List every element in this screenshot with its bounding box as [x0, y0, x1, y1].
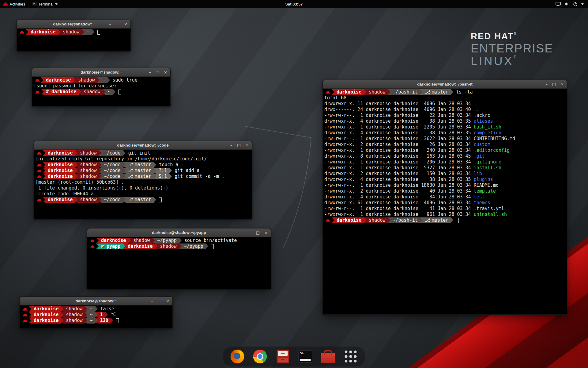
terminal-content[interactable]: darknoiseshadow~/bash-it⎇master ls -lato… [323, 89, 567, 314]
terminal-output-line: drwxrwxr-x. 11 darknoise darknoise 4096 … [324, 101, 565, 107]
window-minimize-button[interactable]: – [249, 230, 251, 235]
window-close-button[interactable]: × [245, 143, 249, 148]
activities-button[interactable]: Activities [0, 0, 28, 8]
powerline-separator-icon [95, 312, 98, 317]
prompt-segment-host: shadow [77, 174, 99, 179]
powerline-separator-icon [75, 168, 77, 173]
terminal-content[interactable]: darknoiseshadow~ sudo true[sudo] passwor… [32, 77, 170, 106]
prompt-segment-git: ⎇master [423, 89, 451, 95]
terminal-prompt-line: darknoiseshadow~/code⎇master touch a [36, 162, 250, 168]
output-text: -rw-rw-r--. 1 darknoise darknoise 18630 … [324, 182, 474, 188]
terminal-window-sudo[interactable]: darknoise@shadow:~–□×darknoiseshadow~ su… [32, 68, 171, 106]
powerline-separator-icon [154, 168, 156, 173]
prompt-segment-path: ~/code [101, 150, 123, 156]
window-controls: –□× [146, 297, 169, 305]
window-maximize-button[interactable]: □ [116, 22, 119, 26]
system-status-area[interactable] [553, 0, 586, 8]
window-maximize-button[interactable]: □ [158, 299, 161, 303]
cabinet-drawer-bottom [278, 358, 288, 362]
terminal-window-home-1[interactable]: darknoise@shadow:~–□×darknoiseshadow~ [17, 20, 131, 51]
window-minimize-button[interactable]: – [151, 299, 153, 303]
file-name: custom [474, 142, 490, 148]
output-text: drwxrwxr-x. 4 darknoise darknoise 38 Jan… [324, 118, 474, 124]
window-close-button[interactable]: × [560, 82, 564, 86]
powerline-separator-icon [92, 29, 95, 35]
powerline-separator-icon [43, 197, 45, 202]
prompt-segment-status: ?:1 [156, 168, 169, 174]
show-applications-button[interactable] [344, 349, 358, 364]
terminal-window-bash-it[interactable]: darknoise@shadow:~/bash-it–□×darknoisesh… [322, 80, 567, 315]
powerline-separator-icon [154, 197, 156, 202]
activities-label: Activities [9, 2, 25, 6]
clock[interactable]: Sat 03:57 [285, 2, 303, 6]
powerline-separator-icon [99, 150, 101, 156]
prompt-segment-path: ~ [87, 312, 95, 318]
prompt-segment-path: ~ [87, 318, 95, 324]
chrome-launcher[interactable] [253, 349, 267, 364]
prompt-segment-host: shadow [366, 89, 388, 95]
window-maximize-button[interactable]: □ [552, 82, 556, 86]
terminal-launcher[interactable]: $> [298, 349, 313, 364]
redhat-icon [37, 170, 41, 172]
window-minimize-button[interactable]: – [230, 143, 232, 148]
terminal-output-line: drwxrwxr-x. 4 darknoise darknoise 84 Jan… [324, 194, 565, 200]
app-menu-label: Terminal [38, 2, 53, 6]
powerline-separator-icon [420, 89, 423, 95]
python-icon [101, 245, 105, 248]
terminal-window-home-2[interactable]: darknoise@shadow:~–□×darknoiseshadow~ fa… [20, 297, 173, 328]
files-launcher[interactable] [276, 349, 290, 364]
file-name: bash_it.sh [474, 124, 501, 130]
powerline-separator-icon [154, 162, 156, 167]
window-minimize-button[interactable]: – [149, 70, 151, 75]
window-titlebar[interactable]: darknoise@shadow:~/bash-it–□× [323, 80, 567, 89]
terminal-window-code[interactable]: darknoise@shadow:~/code–□×darknoiseshado… [34, 141, 252, 219]
window-titlebar[interactable]: darknoise@shadow:~/code–□× [34, 141, 252, 150]
prompt-segment-hat [34, 77, 41, 83]
window-titlebar[interactable]: darknoise@shadow:~–□× [17, 20, 130, 29]
window-maximize-button[interactable]: □ [256, 230, 260, 235]
powerline-separator-icon [85, 306, 87, 312]
terminal-output-line: drwxrwxr-x. 2 darknoise darknoise 26 Jan… [324, 142, 565, 148]
window-titlebar[interactable]: darknoise@shadow:~/pyapp–□× [87, 228, 271, 237]
terminal-prompt-line: darknoiseshadow~/bash-it⎇master [324, 217, 565, 223]
window-maximize-button[interactable]: □ [156, 70, 159, 75]
command-text: git add a [172, 168, 199, 174]
terminal-prompt-line: darknoiseshadow~/bash-it⎇master ls -la [324, 89, 565, 95]
output-text: -rwxrwxr-x. 1 darknoise darknoise 961 Ja… [324, 212, 474, 217]
file-name: .. [474, 107, 479, 113]
window-maximize-button[interactable]: □ [237, 143, 241, 148]
redhat-icon [326, 91, 330, 94]
git-branch-icon: ⎇ [128, 197, 133, 203]
app-menu-terminal[interactable]: $> Terminal [28, 0, 61, 8]
terminal-content[interactable]: darknoiseshadow~/code git initInitialize… [34, 150, 252, 219]
window-close-button[interactable]: × [264, 230, 268, 235]
terminal-content[interactable]: darknoiseshadow~ [17, 29, 130, 51]
window-titlebar[interactable]: darknoise@shadow:~–□× [20, 297, 172, 305]
file-name: template [474, 188, 496, 194]
prompt-glyph: $> [300, 351, 304, 355]
terminal-output-line: drwxrwxr-x. 4 darknoise darknoise 38 Jan… [324, 130, 565, 136]
window-minimize-button[interactable]: – [109, 22, 111, 26]
terminal-window-pyapp[interactable]: darknoise@shadow:~/pyapp–□×darknoiseshad… [87, 228, 271, 289]
window-minimize-button[interactable]: – [545, 82, 548, 86]
window-close-button[interactable]: × [166, 299, 169, 303]
powerline-separator-icon [179, 238, 182, 243]
terminal-content[interactable]: darknoiseshadow~ falsedarknoiseshadow~1 … [20, 305, 172, 328]
terminal-content[interactable]: darknoiseshadow~/pyapp source bin/activa… [87, 237, 271, 289]
prompt-segment-hat [324, 89, 332, 95]
window-titlebar[interactable]: darknoise@shadow:~–□× [32, 68, 170, 77]
firefox-launcher[interactable] [230, 349, 245, 364]
prompt-segment-host: shadow [60, 29, 82, 35]
prompt-segment-hat [89, 243, 96, 249]
prompt-segment-path: ~/code [101, 168, 123, 174]
window-controls: –□× [245, 228, 268, 237]
terminal-output-line: -rw-rw-r--. 1 darknoise darknoise 41 Jan… [324, 206, 565, 212]
toolbox-launcher[interactable] [321, 349, 335, 364]
powerline-separator-icon [75, 197, 77, 202]
prompt-segment-user: darknoise [31, 318, 61, 324]
terminal-prompt-line: darknoiseshadow~ false [21, 306, 171, 312]
window-close-button[interactable]: × [164, 70, 167, 75]
file-name: plugins [474, 177, 493, 182]
window-close-button[interactable]: × [124, 22, 127, 26]
prompt-segment-user: darknoise [99, 238, 128, 243]
